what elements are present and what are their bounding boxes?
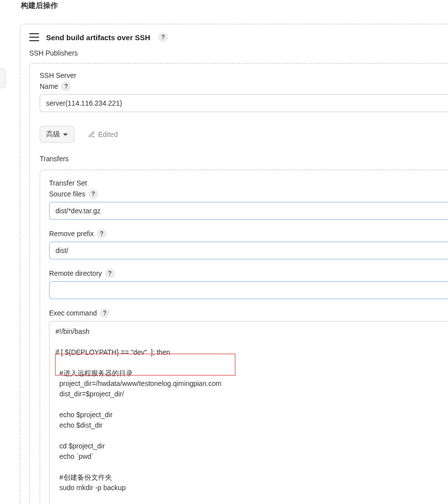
transfer-set-label: Transfer Set [49,179,448,187]
build-step-section: Send build artifacts over SSH ? SSH Publ… [20,24,448,504]
source-files-input[interactable] [49,202,448,220]
side-panel-stub [0,68,6,88]
exec-command-label: Exec command [49,309,97,317]
help-icon[interactable]: ? [61,81,71,91]
chevron-down-icon [63,133,68,136]
ssh-server-label: SSH Server [40,71,448,79]
advanced-button[interactable]: 高级 [40,126,74,143]
edited-indicator: Edited [88,130,118,138]
help-icon[interactable]: ? [100,308,110,318]
help-icon[interactable]: ? [105,268,115,278]
server-name-input[interactable] [40,94,448,112]
transfer-set-panel: Transfer Set Source files ? Remove prefi… [40,170,448,504]
transfers-label: Transfers [40,155,448,163]
remove-prefix-label: Remove prefix [49,230,94,238]
drag-handle-icon[interactable] [29,33,39,41]
help-icon[interactable]: ? [88,189,98,199]
ssh-server-panel: SSH Server Name ? 高级 Edited Transfers [29,63,448,504]
edited-label-text: Edited [98,130,118,138]
remote-directory-label: Remote directory [49,269,102,277]
pencil-icon [88,131,95,138]
name-label: Name [40,82,58,90]
source-files-label: Source files [49,190,85,198]
ssh-publishers-label: SSH Publishers [29,49,448,57]
section-title: Send build artifacts over SSH [46,33,150,42]
page-heading: 构建后操作 [21,1,58,10]
help-icon[interactable]: ? [158,32,168,42]
remove-prefix-input[interactable] [49,242,448,259]
remote-directory-input[interactable] [49,281,448,299]
exec-command-textarea[interactable] [49,321,448,504]
advanced-button-label: 高级 [46,130,60,139]
help-icon[interactable]: ? [97,229,107,239]
